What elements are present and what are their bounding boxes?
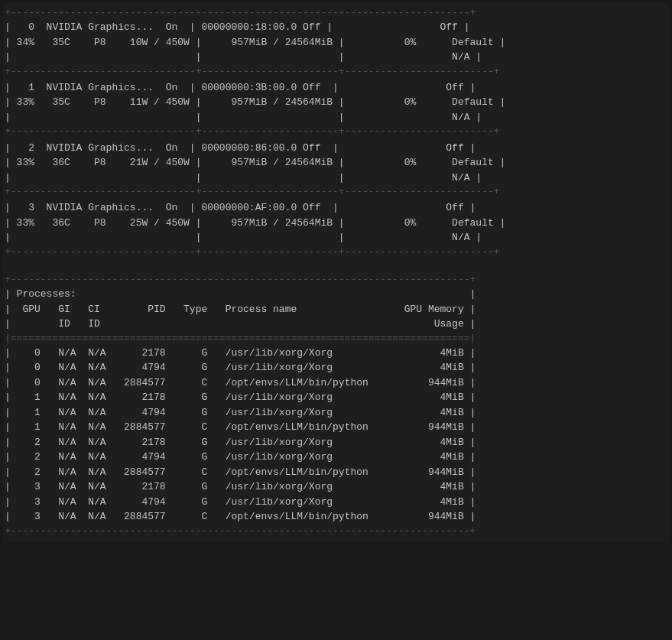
processes-section: +---------------------------------------…	[5, 273, 667, 538]
gpu-row-3-top: | 3 NVIDIA Graphics... On | 00000000:AF:…	[5, 200, 667, 216]
gpu-row-1-bot: | | | N/A |	[5, 110, 667, 125]
proc-top-dashed: +---------------------------------------…	[5, 273, 667, 287]
proc-row-2: | 0 N/A N/A 2884577 C /opt/envs/LLM/bin/…	[5, 375, 667, 391]
processes-header: | Processes: |	[5, 287, 667, 302]
bottom-dashed-gpus: +-------------------------------+-------…	[5, 245, 667, 259]
gpu-row-2-bot: | | | N/A |	[5, 171, 667, 186]
sep-dashed-1: +-------------------------------+-------…	[5, 125, 667, 138]
proc-row-10: | 3 N/A N/A 4794 G /usr/lib/xorg/Xorg 4M…	[5, 495, 667, 510]
proc-row-3: | 1 N/A N/A 2178 G /usr/lib/xorg/Xorg 4M…	[5, 390, 667, 405]
proc-row-11: | 3 N/A N/A 2884577 C /opt/envs/LLM/bin/…	[5, 509, 667, 525]
gpu-block-1: | 1 NVIDIA Graphics... On | 00000000:3B:…	[5, 80, 667, 139]
gpu-row-2-mid: | 33% 36C P8 21W / 450W | 957MiB / 24564…	[5, 155, 667, 171]
terminal-output: +---------------------------------------…	[3, 3, 669, 543]
proc-row-4: | 1 N/A N/A 4794 G /usr/lib/xorg/Xorg 4M…	[5, 405, 667, 421]
gpu-row-3-mid: | 33% 36C P8 25W / 450W | 957MiB / 24564…	[5, 216, 667, 231]
proc-bottom-dashed: +---------------------------------------…	[5, 525, 667, 538]
sep-dashed-0: +-------------------------------+-------…	[5, 65, 667, 79]
gpu-block-2: | 2 NVIDIA Graphics... On | 00000000:86:…	[5, 141, 667, 200]
proc-row-6: | 2 N/A N/A 2178 G /usr/lib/xorg/Xorg 4M…	[5, 435, 667, 450]
proc-row-7: | 2 N/A N/A 4794 G /usr/lib/xorg/Xorg 4M…	[5, 450, 667, 465]
processes-label: Processes:	[17, 288, 76, 300]
col-header-row1: | GPU GI CI PID Type Process name GPU Me…	[5, 302, 667, 317]
gpu-row-2-top: | 2 NVIDIA Graphics... On | 00000000:86:…	[5, 141, 667, 156]
col-header-row2: | ID ID Usage |	[5, 317, 667, 332]
proc-row-0: | 0 N/A N/A 2178 G /usr/lib/xorg/Xorg 4M…	[5, 346, 667, 361]
gpu-row-1-mid: | 33% 35C P8 11W / 450W | 957MiB / 24564…	[5, 95, 667, 110]
proc-row-8: | 2 N/A N/A 2884577 C /opt/envs/LLM/bin/…	[5, 465, 667, 480]
sep-dashed-2: +-------------------------------+-------…	[5, 185, 667, 199]
proc-row-9: | 3 N/A N/A 2178 G /usr/lib/xorg/Xorg 4M…	[5, 479, 667, 495]
section-gap	[5, 261, 667, 273]
gpu-block-0: +---------------------------------------…	[5, 6, 667, 79]
gpu-row-1-top: | 1 NVIDIA Graphics... On | 00000000:3B:…	[5, 80, 667, 96]
proc-row-5: | 1 N/A N/A 2884577 C /opt/envs/LLM/bin/…	[5, 420, 667, 435]
gpu-row-0-mid: | 34% 35C P8 10W / 450W | 957MiB / 24564…	[5, 35, 667, 50]
equals-line: |=======================================…	[5, 332, 667, 346]
top-dashed-0: +---------------------------------------…	[5, 6, 667, 20]
gpu-row-3-bot: | | | N/A |	[5, 230, 667, 245]
gpu-row-0-top: | 0 NVIDIA Graphics... On | 00000000:18:…	[5, 20, 667, 35]
gpu-block-3: | 3 NVIDIA Graphics... On | 00000000:AF:…	[5, 200, 667, 259]
gpu-row-0-bot: | | | N/A |	[5, 50, 667, 65]
proc-row-1: | 0 N/A N/A 4794 G /usr/lib/xorg/Xorg 4M…	[5, 360, 667, 375]
